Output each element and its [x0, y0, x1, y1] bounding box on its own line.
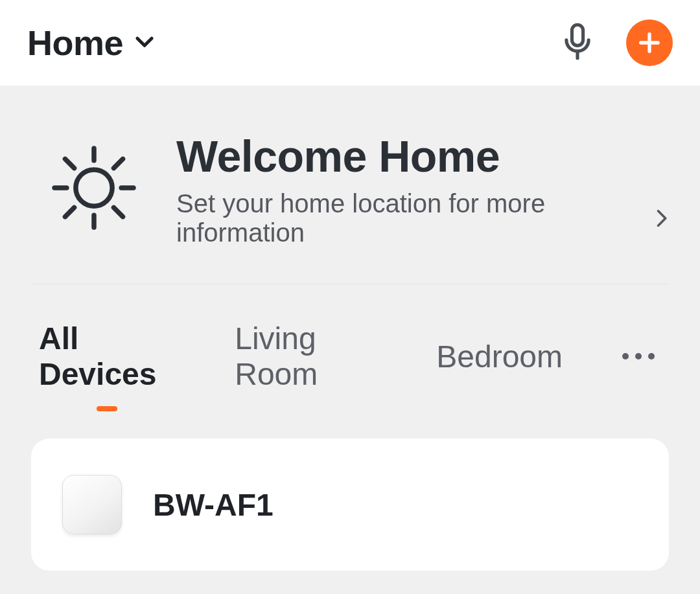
home-selector[interactable]: Home	[27, 23, 157, 63]
device-card[interactable]: BW-AF1	[31, 439, 669, 571]
set-location-link[interactable]: Set your home location for more informat…	[176, 189, 669, 247]
device-icon	[62, 475, 122, 534]
more-rooms-icon[interactable]	[622, 353, 661, 360]
sun-icon	[45, 139, 143, 239]
tab-bedroom[interactable]: Bedroom	[436, 339, 563, 374]
home-title: Home	[27, 23, 123, 63]
svg-line-9	[65, 159, 74, 168]
welcome-title: Welcome Home	[176, 131, 669, 181]
add-button[interactable]	[626, 19, 673, 66]
device-name: BW-AF1	[153, 487, 274, 523]
dot-icon	[648, 353, 655, 360]
welcome-subtitle: Set your home location for more informat…	[176, 189, 644, 247]
chevron-down-icon	[132, 29, 157, 56]
chevron-right-icon	[655, 209, 669, 227]
header-actions	[560, 19, 673, 66]
welcome-text: Welcome Home Set your home location for …	[176, 131, 669, 247]
app-header: Home	[0, 0, 700, 86]
svg-rect-0	[572, 25, 583, 45]
tab-living-room[interactable]: Living Room	[235, 321, 377, 392]
svg-line-10	[113, 207, 122, 216]
room-tabs: All Devices Living Room Bedroom	[31, 284, 669, 420]
svg-line-12	[65, 207, 74, 216]
dot-icon	[622, 353, 629, 360]
microphone-icon[interactable]	[560, 22, 595, 63]
tab-all-devices[interactable]: All Devices	[39, 321, 175, 392]
svg-line-11	[113, 159, 122, 168]
welcome-panel: Welcome Home Set your home location for …	[31, 86, 669, 284]
main-content: Welcome Home Set your home location for …	[0, 86, 700, 571]
svg-point-4	[76, 170, 112, 206]
dot-icon	[635, 353, 642, 360]
